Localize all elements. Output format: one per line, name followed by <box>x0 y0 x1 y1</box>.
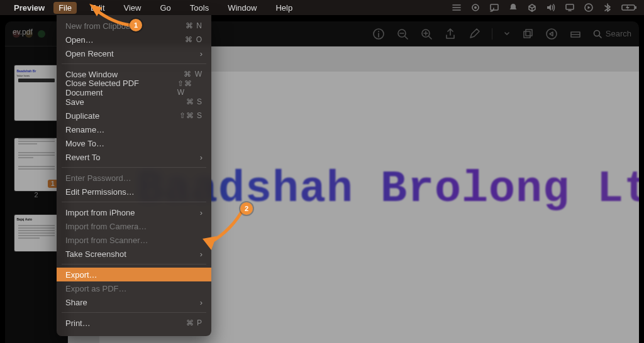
menu-separator <box>62 312 206 313</box>
menu-item-share[interactable]: Share› <box>57 295 211 309</box>
menu-item-import-from-camera: Import from Camera… <box>57 219 211 233</box>
toolbar-divider <box>492 28 492 40</box>
search-icon <box>593 30 602 38</box>
svg-marker-17 <box>203 236 216 250</box>
page-thumbnail[interactable]: Baadshah Br Value Inves <box>14 65 58 121</box>
svg-point-13 <box>547 29 557 39</box>
menu-item-label: Close Window <box>65 70 118 79</box>
battery-icon[interactable] <box>621 3 638 12</box>
zoom-in-icon[interactable] <box>420 28 433 40</box>
volume-icon[interactable] <box>546 3 556 12</box>
menubar-status-area <box>452 3 638 12</box>
menu-item-print[interactable]: Print…⌘ P <box>57 316 211 330</box>
app-name[interactable]: Preview <box>14 3 45 13</box>
menu-item-close-selected-pdf-document[interactable]: Close Selected PDF Document⇧⌘ W <box>57 81 211 95</box>
rotate-icon[interactable] <box>521 28 534 40</box>
menu-item-take-screenshot[interactable]: Take Screenshot› <box>57 247 211 261</box>
display-icon[interactable] <box>565 3 575 12</box>
menu-file[interactable]: File <box>53 2 77 14</box>
menu-item-label: Export as PDF… <box>65 284 127 293</box>
menu-separator <box>62 202 206 202</box>
chevron-right-icon: › <box>200 298 203 307</box>
box-icon[interactable] <box>527 3 537 12</box>
menu-item-label: Rename… <box>65 125 104 134</box>
menu-item-label: Print… <box>65 318 91 328</box>
cast-icon[interactable] <box>489 3 499 12</box>
menu-separator <box>62 167 206 168</box>
menu-help[interactable]: Help <box>270 2 297 14</box>
menu-separator <box>62 264 206 264</box>
menu-item-move-to[interactable]: Move To… <box>57 136 211 150</box>
annotation-marker-1: 1 <box>130 19 142 31</box>
menu-item-rename[interactable]: Rename… <box>57 122 211 136</box>
bluetooth-icon[interactable] <box>602 3 613 12</box>
zoom-out-icon[interactable] <box>396 28 409 40</box>
menu-tools[interactable]: Tools <box>185 2 214 14</box>
menu-item-edit-permissions[interactable]: Edit Permissions… <box>57 185 211 199</box>
menu-shortcut: ⌘ N <box>186 21 203 30</box>
thumb-group-3[interactable]: Bajaj Auto <box>14 215 58 251</box>
chevron-right-icon: › <box>200 49 203 58</box>
svg-rect-3 <box>566 4 574 9</box>
menu-item-import-from-scanner: Import from Scanner… <box>57 233 211 247</box>
page-thumbnail[interactable]: Bajaj Auto <box>14 215 58 251</box>
window-toolbar: Search <box>372 28 631 40</box>
menu-item-open-recent[interactable]: Open Recent› <box>57 46 211 60</box>
menu-item-export[interactable]: Export… <box>57 268 211 281</box>
svg-rect-11 <box>524 31 530 38</box>
play-icon[interactable] <box>584 3 594 12</box>
menu-shortcut: ⌘ P <box>186 318 203 327</box>
menu-item-label: Export… <box>65 270 97 280</box>
menu-item-label: Open Recent <box>65 49 114 58</box>
menu-item-import-from-iphone[interactable]: Import from iPhone› <box>57 205 211 219</box>
list-icon[interactable] <box>452 3 462 12</box>
annotation-marker-2: 2 <box>240 202 253 215</box>
menu-item-label: Import from Scanner… <box>65 236 148 245</box>
thumb-group-1[interactable]: Baadshah Br Value Inves <box>14 65 58 121</box>
menu-item-label: Duplicate <box>65 111 99 121</box>
file-menu-dropdown: New from Clipboard⌘ NOpen…⌘ OOpen Recent… <box>57 15 211 336</box>
record-icon[interactable] <box>470 3 480 12</box>
document-filename: ev.pdf <box>13 28 33 36</box>
menu-item-label: Import from iPhone <box>65 208 135 217</box>
menu-separator <box>62 63 206 64</box>
menu-item-label: Save <box>65 97 84 107</box>
fullscreen-window-button[interactable] <box>38 30 45 38</box>
svg-point-1 <box>474 6 477 9</box>
page-number: 2 <box>14 191 58 199</box>
menu-item-label: Share <box>65 298 87 307</box>
menu-item-label: Revert To <box>65 153 100 162</box>
chevron-down-icon[interactable] <box>504 28 510 40</box>
menu-item-enter-password: Enter Password… <box>57 171 211 185</box>
menu-shortcut: ⌘ S <box>186 97 203 106</box>
menu-go[interactable]: Go <box>155 2 175 14</box>
menu-item-label: Open… <box>65 35 94 45</box>
svg-point-8 <box>378 31 379 32</box>
menu-window[interactable]: Window <box>223 2 262 14</box>
menu-item-label: Enter Password… <box>65 173 131 183</box>
menu-item-revert-to[interactable]: Revert To› <box>57 150 211 164</box>
thumb-title: Baadshah Br <box>14 65 58 74</box>
crop-icon[interactable] <box>569 28 582 40</box>
search-placeholder: Search <box>606 29 631 38</box>
thumb-group-2[interactable]: 2 <box>14 137 58 199</box>
menu-item-duplicate[interactable]: Duplicate⇧⌘ S <box>57 109 211 122</box>
markup-icon[interactable] <box>468 28 480 40</box>
menu-item-label: Take Screenshot <box>65 249 126 259</box>
share-icon[interactable] <box>444 28 457 40</box>
svg-rect-6 <box>635 6 636 9</box>
info-icon[interactable] <box>372 28 385 40</box>
menu-shortcut: ⇧⌘ S <box>179 111 203 120</box>
menu-item-label: Edit Permissions… <box>65 187 135 197</box>
menu-shortcut: ⌘ O <box>185 35 203 44</box>
highlight-icon[interactable] <box>545 28 558 40</box>
thumb-heading: Bajaj Auto <box>14 215 58 224</box>
search-field[interactable]: Search <box>593 29 631 38</box>
menu-shortcut: ⌘ W <box>184 70 203 79</box>
notification-icon[interactable] <box>508 3 518 12</box>
svg-rect-2 <box>491 4 498 10</box>
svg-point-15 <box>594 30 599 36</box>
menu-item-label: Close Selected PDF Document <box>65 79 177 97</box>
menu-item-label: Move To… <box>65 139 104 148</box>
svg-rect-12 <box>526 30 532 36</box>
